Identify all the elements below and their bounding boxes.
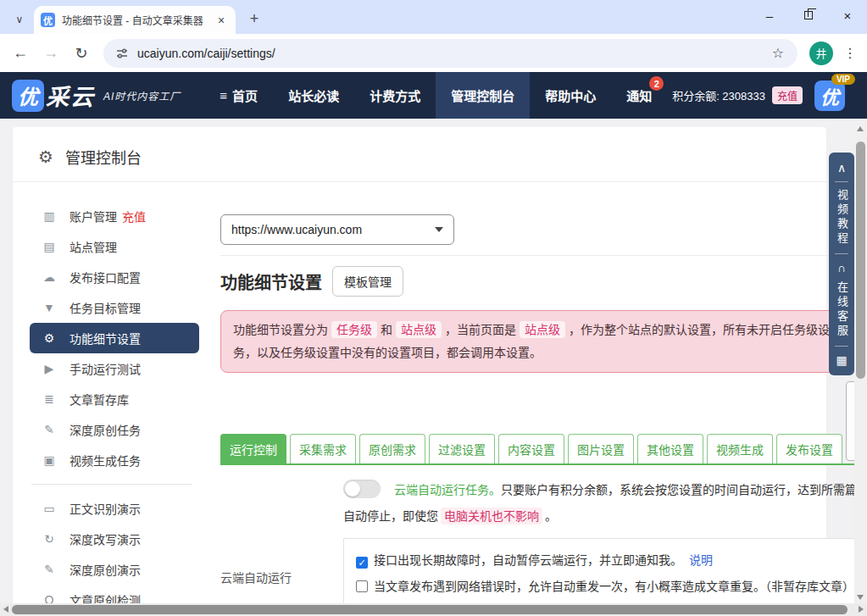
vertical-scroll-thumb[interactable] (856, 142, 865, 379)
divider (835, 253, 848, 254)
sidebar-item[interactable]: ▶ 手动运行测试 (30, 353, 199, 384)
navbar-menu-item[interactable]: 通知 2 (611, 72, 667, 119)
forward-button[interactable]: → (37, 40, 64, 67)
option-row: 当文章发布遇到网络错误时，允许自动重发一次，有小概率造成文章重复。（非暂存库文章… (356, 574, 867, 600)
gears-icon: ⚙ (40, 331, 58, 345)
sidebar-item[interactable]: ▭ 正文识别演示 (30, 493, 199, 524)
sidebar-item[interactable]: ⚙ 功能细节设置 (30, 323, 199, 353)
sidebar-item[interactable]: ↻ 深度改写演示 (30, 524, 199, 554)
cloud-run-lead: 云端自动运行任务。 (394, 483, 501, 497)
toggle-knob (345, 481, 360, 497)
sidebar-divider (31, 484, 192, 485)
bookmark-star-icon[interactable]: ☆ (772, 45, 786, 61)
url-text[interactable]: ucaiyun.com/caiji/settings/ (137, 47, 764, 60)
settings-tab[interactable]: 内容设置 (498, 434, 564, 463)
pause-on-failure-label: 接口出现长期故障时，自动暂停云端运行，并立即通知我。 (374, 553, 682, 567)
browser-window: ∨ 优 功能细节设置 - 自动文章采集器 × + – × ← → ↻ ucaiy… (0, 0, 867, 616)
navbar-menu-item[interactable]: ≡ 首页 (204, 72, 273, 119)
site-logo-text[interactable]: 采云 (46, 79, 95, 112)
site-info-icon[interactable] (115, 47, 129, 60)
sidebar-item[interactable]: ▥ 账户管理 充值 (30, 201, 199, 231)
tab-search-chevron-icon[interactable]: ∨ (7, 8, 32, 31)
address-bar[interactable]: ucaiyun.com/caiji/settings/ ☆ (103, 39, 798, 68)
reload-button[interactable]: ↻ (68, 40, 95, 67)
back-button[interactable]: ← (7, 40, 34, 67)
headset-icon[interactable]: ∩ (837, 261, 846, 275)
sidebar-item-label: 站点管理 (69, 238, 117, 255)
settings-main: https://www.ucaiyun.com 功能细节设置 模板管理 功能细节… (208, 182, 867, 616)
settings-tab[interactable]: 原创需求 (359, 434, 425, 463)
template-manage-button[interactable]: 模板管理 (332, 266, 403, 297)
chevron-up-icon[interactable]: ∧ (837, 161, 846, 175)
navbar-menu-item[interactable]: 站长必读 (273, 72, 354, 119)
close-button[interactable]: × (828, 0, 867, 31)
navbar-menu-item[interactable]: 帮助中心 (530, 72, 611, 119)
new-tab-button[interactable]: + (242, 7, 266, 31)
alert-text: 和 (381, 323, 392, 336)
video-tutorial-link[interactable]: 视频教程 (829, 189, 854, 247)
sidebar-item-label: 深度原创演示 (69, 561, 141, 578)
recharge-button[interactable]: 充值 (772, 86, 803, 104)
tab-close-icon[interactable]: × (214, 13, 229, 28)
auto-resend-checkbox[interactable] (356, 580, 368, 592)
sidebar-item[interactable]: ✎ 深度原创任务 (30, 414, 199, 445)
settings-tab[interactable]: 图片设置 (568, 434, 634, 463)
browser-tab[interactable]: 优 功能细节设置 - 自动文章采集器 × (34, 6, 236, 34)
sidebar-item-label: 功能细节设置 (69, 330, 141, 347)
horizontal-scrollbar[interactable] (0, 603, 867, 616)
profile-avatar[interactable]: 井 (809, 42, 833, 65)
scroll-down-arrow[interactable] (857, 595, 864, 600)
settings-tab[interactable]: 其他设置 (637, 434, 703, 463)
sidebar-item-label: 视频生成任务 (69, 452, 141, 469)
spacer (220, 477, 343, 530)
settings-tab[interactable]: 采集需求 (290, 434, 356, 463)
scroll-up-arrow[interactable] (857, 126, 864, 131)
sidebar-item-label: 文章暂存库 (69, 391, 129, 408)
scroll-right-arrow[interactable] (859, 606, 864, 613)
sidebar-item[interactable]: ▣ 视频生成任务 (30, 445, 199, 475)
sidebar-item[interactable]: ☁ 发布接口配置 (30, 262, 199, 292)
auto-resend-label: 当文章发布遇到网络错误时，允许自动重发一次，有小概率造成文章重复。（非暂存库文章… (374, 580, 854, 593)
refresh-icon: ↻ (40, 532, 58, 546)
list-icon: ≡ (220, 88, 227, 103)
sidebar-item-label: 手动运行测试 (69, 360, 141, 377)
points-balance: 积分余额: 2308333 (672, 87, 765, 103)
online-service-link[interactable]: 在线客服 (829, 281, 854, 339)
notification-badge: 2 (649, 76, 664, 91)
minimize-button[interactable]: – (750, 0, 789, 31)
settings-tab[interactable]: 视频生成 (707, 434, 773, 463)
site-logo-icon[interactable]: 优 (12, 80, 44, 112)
navbar-menu-label: 帮助中心 (545, 86, 596, 104)
sidebar-item[interactable]: ✎ 深度原创演示 (30, 554, 199, 585)
site-navbar: 优 采云 AI时代内容工厂 ≡ 首页 站长必读 计费方式 (0, 72, 867, 119)
settings-tab[interactable]: 运行控制 (220, 434, 286, 463)
horizontal-scroll-thumb[interactable] (12, 605, 848, 614)
vertical-scrollbar[interactable] (854, 123, 867, 603)
tab-title: 功能细节设置 - 自动文章采集器 (62, 13, 207, 27)
navbar-menu-item[interactable]: 管理控制台 (436, 72, 530, 119)
sidebar-item[interactable]: ≣ 文章暂存库 (30, 384, 199, 414)
sidebar-recharge-link[interactable]: 充值 (122, 208, 146, 225)
sidebar-item[interactable]: ▼ 任务目标管理 (30, 292, 199, 323)
console-card: ⚙ 管理控制台 ▥ 账户管理 充值 ▤ (13, 127, 826, 616)
navbar-menu-item[interactable]: 计费方式 (354, 72, 436, 119)
restore-button[interactable] (789, 0, 828, 31)
qr-code-icon[interactable]: ▦ (836, 353, 847, 367)
sidebar-item[interactable]: ▤ 站点管理 (30, 231, 199, 262)
site-select[interactable]: https://www.ucaiyun.com (220, 214, 454, 245)
divider (220, 255, 867, 256)
scroll-left-arrow[interactable] (3, 606, 8, 613)
database-icon: ≣ (40, 392, 58, 406)
gear-icon: ⚙ (38, 147, 53, 167)
explain-link[interactable]: 说明 (689, 553, 713, 567)
sidebar-item-label: 发布接口配置 (69, 269, 141, 286)
pause-on-failure-checkbox[interactable]: ✓ (356, 557, 368, 569)
cloud-run-toggle[interactable] (343, 480, 381, 498)
settings-level-alert: 功能细节设置分为任务级和站点级，当前页面是站点级，作为整个站点的默认设置，所有未… (220, 310, 867, 373)
settings-tab[interactable]: 发布设置 (776, 434, 842, 463)
divider (835, 346, 848, 347)
settings-tab[interactable]: 过滤设置 (429, 434, 495, 463)
browser-menu-icon[interactable]: ⋮ (840, 40, 860, 67)
sidebar-item-label: 深度原创任务 (69, 421, 141, 438)
user-app-icon[interactable]: 优 VIP (814, 80, 845, 111)
